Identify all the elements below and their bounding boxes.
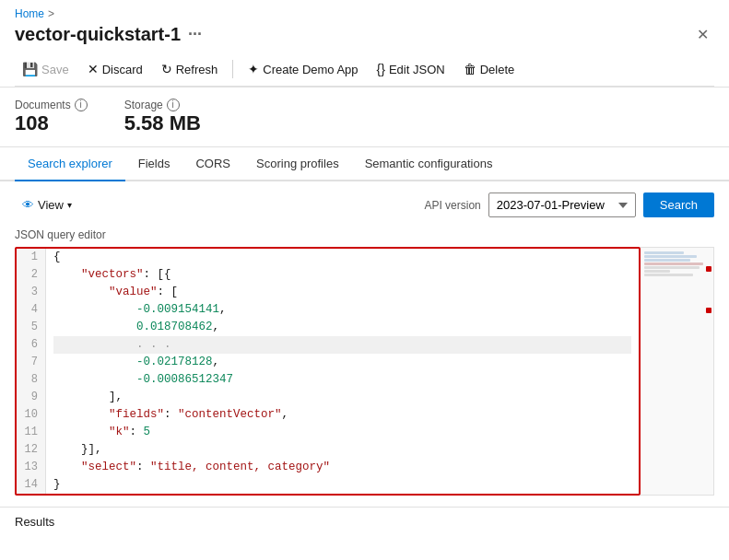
line-number: 6 xyxy=(24,336,38,354)
api-version-group: API version 2023-07-01-Preview2021-04-30… xyxy=(424,192,714,217)
title-row: vector-quickstart-1 ··· ✕ xyxy=(15,24,714,45)
close-button[interactable]: ✕ xyxy=(691,24,714,45)
minimap-marker xyxy=(706,266,711,272)
storage-stat: Storage i 5.58 MB xyxy=(124,99,201,135)
minimap-marker xyxy=(706,308,711,313)
code-line: -0.02178128, xyxy=(53,354,631,371)
mini-line xyxy=(644,274,693,276)
minimap-content xyxy=(641,248,713,281)
refresh-button[interactable]: ↻ Refresh xyxy=(154,58,226,80)
mini-line xyxy=(644,262,703,265)
breadcrumb-home[interactable]: Home xyxy=(15,7,44,20)
code-line: "fields": "contentVector", xyxy=(53,406,631,424)
controls-row: 👁 View ▾ API version 2023-07-01-Preview2… xyxy=(15,192,714,217)
code-lines: 1234567891011121314 { "vectors": [{ "val… xyxy=(17,249,639,494)
code-line: "select": "title, content, category" xyxy=(53,459,631,476)
code-line: } xyxy=(53,476,631,494)
line-number: 13 xyxy=(24,459,38,476)
page-wrapper: Home > vector-quickstart-1 ··· ✕ 💾 Save … xyxy=(0,0,729,560)
breadcrumb: Home > xyxy=(15,7,714,20)
storage-value: 5.58 MB xyxy=(124,111,201,135)
line-number: 12 xyxy=(24,441,38,459)
edit-json-button[interactable]: {} Edit JSON xyxy=(370,58,453,80)
line-numbers: 1234567891011121314 xyxy=(17,249,46,494)
code-line: -0.009154141, xyxy=(53,301,631,319)
stats-row: Documents i 108 Storage i 5.58 MB xyxy=(0,88,729,147)
main-content: 👁 View ▾ API version 2023-07-01-Preview2… xyxy=(0,181,729,507)
storage-info-icon[interactable]: i xyxy=(167,99,180,111)
line-number: 5 xyxy=(24,319,38,336)
editor-container: 1234567891011121314 { "vectors": [{ "val… xyxy=(15,247,714,496)
line-number: 7 xyxy=(24,354,38,371)
breadcrumb-sep: > xyxy=(48,7,54,20)
create-demo-button[interactable]: ✦ Create Demo App xyxy=(241,58,365,80)
code-line: "k": 5 xyxy=(53,424,631,441)
code-line: 0.018708462, xyxy=(53,319,631,336)
tab-semantic-configurations[interactable]: Semantic configurations xyxy=(352,147,506,181)
line-number: 1 xyxy=(24,249,38,266)
documents-value: 108 xyxy=(15,111,88,135)
line-number: 3 xyxy=(24,284,38,301)
tab-scoring-profiles[interactable]: Scoring profiles xyxy=(243,147,352,181)
documents-label: Documents i xyxy=(15,99,88,111)
save-icon: 💾 xyxy=(22,62,38,76)
save-button[interactable]: 💾 Save xyxy=(15,58,76,80)
line-number: 9 xyxy=(24,389,38,406)
mini-line xyxy=(644,259,690,262)
code-line: ], xyxy=(53,389,631,406)
discard-button[interactable]: ✕ Discard xyxy=(80,58,150,80)
page-title-text: vector-quickstart-1 xyxy=(15,24,181,45)
code-content[interactable]: { "vectors": [{ "value": [ -0.009154141,… xyxy=(46,249,639,494)
api-version-label: API version xyxy=(424,199,480,212)
tab-search-explorer[interactable]: Search explorer xyxy=(15,147,125,181)
top-bar: Home > vector-quickstart-1 ··· ✕ 💾 Save … xyxy=(0,0,729,88)
page-title: vector-quickstart-1 ··· xyxy=(15,24,202,45)
chevron-down-icon: ▾ xyxy=(67,200,72,210)
discard-icon: ✕ xyxy=(88,62,99,76)
tab-bar: Search explorerFieldsCORSScoring profile… xyxy=(0,147,729,181)
line-number: 8 xyxy=(24,371,38,389)
storage-label: Storage i xyxy=(124,99,201,111)
mini-line xyxy=(644,251,684,254)
edit-json-icon: {} xyxy=(377,62,385,76)
code-editor[interactable]: 1234567891011121314 { "vectors": [{ "val… xyxy=(15,247,641,496)
tab-cors[interactable]: CORS xyxy=(182,147,243,181)
code-line: "vectors": [{ xyxy=(53,266,631,284)
line-number: 11 xyxy=(24,424,38,441)
line-number: 4 xyxy=(24,301,38,319)
code-line: "value": [ xyxy=(53,284,631,301)
refresh-icon: ↻ xyxy=(161,62,172,76)
code-line: { xyxy=(53,249,631,266)
code-line: }], xyxy=(53,441,631,459)
line-number: 2 xyxy=(24,266,38,284)
delete-icon: 🗑 xyxy=(464,62,476,76)
minimap xyxy=(641,247,714,496)
tab-fields[interactable]: Fields xyxy=(125,147,183,181)
line-number: 10 xyxy=(24,406,38,424)
mini-line xyxy=(644,266,700,269)
mini-line xyxy=(644,255,697,258)
title-more-options[interactable]: ··· xyxy=(188,25,202,44)
code-line: -0.00086512347 xyxy=(53,371,631,389)
code-line: . . . xyxy=(53,336,631,354)
create-demo-icon: ✦ xyxy=(248,62,259,76)
documents-stat: Documents i 108 xyxy=(15,99,88,135)
documents-info-icon[interactable]: i xyxy=(75,99,88,111)
line-number: 14 xyxy=(24,476,38,494)
api-version-select[interactable]: 2023-07-01-Preview2021-04-30-Preview2020… xyxy=(488,192,636,217)
search-button[interactable]: Search xyxy=(643,192,714,217)
toolbar: 💾 Save ✕ Discard ↻ Refresh ✦ Create Demo… xyxy=(15,52,714,87)
mini-line xyxy=(644,270,670,273)
editor-label: JSON query editor xyxy=(15,228,714,241)
view-button[interactable]: 👁 View ▾ xyxy=(15,194,79,216)
results-label: Results xyxy=(0,507,729,536)
eye-icon: 👁 xyxy=(22,198,34,212)
toolbar-divider xyxy=(232,60,233,78)
delete-button[interactable]: 🗑 Delete xyxy=(456,58,523,80)
